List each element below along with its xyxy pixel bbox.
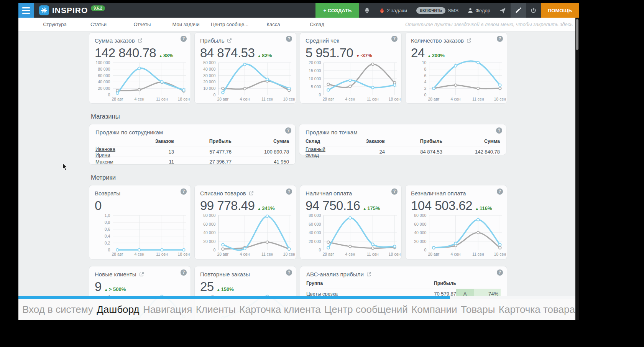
external-link-icon[interactable] [467, 38, 472, 43]
value-row: 94 750.16▲175% [306, 198, 396, 213]
row-link[interactable]: Максим [95, 159, 113, 165]
orders-sum-delta: ▲88% [159, 53, 173, 58]
help-icon[interactable]: ? [496, 127, 502, 134]
x-tick-label: 28 авг [112, 252, 123, 256]
help-button[interactable]: ПОМОЩЬ [541, 3, 579, 18]
footer-tab-карточка-клиента[interactable]: Карточка клиента [239, 304, 320, 316]
cash-payment-delta: ▲175% [363, 205, 380, 211]
y-tick-label: 30 000 [203, 73, 215, 78]
x-tick-label: 28 авг [428, 252, 439, 256]
table-title: Продажи по точкам [306, 129, 358, 135]
nav-item-статьи[interactable]: Статьи [77, 21, 120, 27]
footer-tab-центр-сообщений[interactable]: Центр сообщений [324, 304, 408, 316]
notifications-bell[interactable] [359, 3, 375, 18]
x-tick-label: 11 сен [156, 252, 168, 256]
external-link-icon[interactable] [227, 38, 232, 43]
triangle-up-icon: ▲ [159, 54, 163, 58]
footer-tab-навигация[interactable]: Навигация [143, 304, 192, 316]
help-icon[interactable]: ? [285, 127, 291, 134]
value-row: 0 [95, 198, 185, 213]
help-icon[interactable]: ? [391, 36, 398, 42]
triangle-up-icon: ▲ [104, 288, 108, 292]
sales-by-employee-table: ЗаказовПрибыльСуммаИванова Ирина1357 477… [95, 136, 289, 167]
edit-action[interactable] [511, 3, 526, 18]
y-tick-label: 40 000 [98, 79, 110, 84]
user-menu[interactable]: Федор [463, 3, 495, 18]
y-tick-label: 80 000 [203, 213, 215, 218]
column-header: Заказов [339, 139, 385, 144]
table-cell: 27 396.77 [174, 159, 232, 165]
value-row: 104 503.62▲116% [411, 198, 501, 213]
y-tick-label: 60 000 [203, 222, 215, 226]
help-icon[interactable]: ? [286, 188, 292, 195]
value-row: 24▲200% [411, 46, 501, 60]
x-tick-label: 28 авг [322, 252, 334, 256]
help-icon[interactable]: ? [497, 188, 503, 195]
sales-by-point-card: Продажи по точкам ? СкладЗаказовПрибыльС… [299, 124, 506, 155]
triangle-up-icon: ▲ [475, 207, 479, 211]
external-link-icon[interactable] [366, 272, 371, 277]
nav-item-склад[interactable]: Склад [295, 21, 339, 27]
nav-item-касса[interactable]: Касса [251, 21, 295, 27]
orders-count-title: Количество заказов [411, 37, 464, 44]
row-link[interactable]: Главный склад [306, 146, 325, 158]
help-icon[interactable]: ? [181, 36, 187, 42]
row-link[interactable]: Иванова Ирина [95, 146, 115, 158]
x-tick-label: 18 сен [389, 97, 401, 101]
card-title: Наличная оплата [306, 189, 396, 197]
help-icon[interactable]: ? [286, 269, 292, 276]
orders-count-delta: ▲200% [427, 53, 445, 58]
returns-chart: 1,00,80,60,40,20 [95, 215, 185, 250]
help-icon[interactable]: ? [497, 36, 503, 42]
nav-item-мои-задачи[interactable]: Мои задачи [164, 21, 208, 27]
top-bar-right: + СОЗДАТЬ 2 задачи ВКЛЮЧИТЬ SMS Федор [315, 3, 579, 18]
external-link-icon[interactable] [249, 191, 254, 196]
x-axis-labels: 28 авг4 сен11 сен18 сен [324, 250, 397, 257]
avg-check-value: 5 951.70 [306, 46, 353, 60]
logout-action[interactable] [526, 3, 541, 18]
footer-tab-компании[interactable]: Компании [411, 304, 457, 316]
help-icon[interactable]: ? [497, 269, 503, 276]
send-action[interactable] [495, 3, 511, 18]
help-icon[interactable]: ? [286, 36, 292, 42]
written-off-chart: 80 00060 00040 00020 0000 [200, 215, 291, 250]
help-icon[interactable]: ? [181, 188, 187, 195]
value-row: 142 840.78▲88% [95, 46, 185, 60]
footer-tab-товары[interactable]: Товары [461, 304, 495, 316]
tasks-indicator[interactable]: 2 задачи [375, 3, 412, 18]
external-link-icon[interactable] [139, 272, 144, 277]
help-icon[interactable]: ? [391, 188, 398, 195]
footer-tab-карточка-товара[interactable]: Карточка товара [499, 304, 575, 316]
orders-count-value: 24 [411, 46, 425, 60]
avg-check-chart: 20 00015 00010 0005 0000 [306, 63, 396, 95]
nav-item-отчеты[interactable]: Отчеты [120, 21, 164, 27]
hamburger-menu-button[interactable] [18, 3, 34, 18]
nav-item-центр-сообще-[interactable]: Центр сообще... [208, 21, 251, 27]
written-off-title: Списано товаров [200, 190, 246, 197]
plot-area [429, 63, 501, 95]
metric-cards-row-1: Сумма заказов?142 840.78▲88%100 00080 00… [89, 32, 508, 104]
nav-item-структура[interactable]: Структура [33, 21, 77, 27]
vertical-scrollbar[interactable] [575, 18, 579, 320]
card-title: Возвраты [95, 189, 185, 197]
x-tick-label: 4 сен [345, 252, 355, 256]
footer-tab-вход-в-систему[interactable]: Вход в систему [22, 304, 93, 316]
x-tick-label: 11 сен [472, 97, 484, 101]
footer-tab-дашборд[interactable]: Дашборд [97, 304, 139, 316]
footer-tab-клиенты[interactable]: Клиенты [196, 304, 236, 316]
column-header: Сумма [442, 139, 500, 144]
x-tick-label: 11 сен [472, 252, 484, 256]
returns-title: Возвраты [95, 190, 120, 197]
y-tick-label: 20 000 [309, 239, 321, 244]
orders-sum-title: Сумма заказов [95, 37, 135, 44]
help-icon[interactable]: ? [181, 269, 187, 276]
value-row: 5 951.70▼-37% [306, 46, 396, 60]
y-tick-label: 60 000 [309, 222, 321, 226]
table-row: Иванова Ирина1357 477.76100 890.78 [95, 147, 289, 157]
scrollbar-thumb[interactable] [576, 19, 578, 50]
sms-enable-toggle[interactable]: ВКЛЮЧИТЬ [416, 7, 445, 14]
column-header: Прибыль [385, 139, 442, 144]
brand[interactable]: INSPIRO 9.6.2 [34, 3, 110, 18]
external-link-icon[interactable] [138, 38, 143, 43]
create-button[interactable]: + СОЗДАТЬ [315, 3, 359, 18]
